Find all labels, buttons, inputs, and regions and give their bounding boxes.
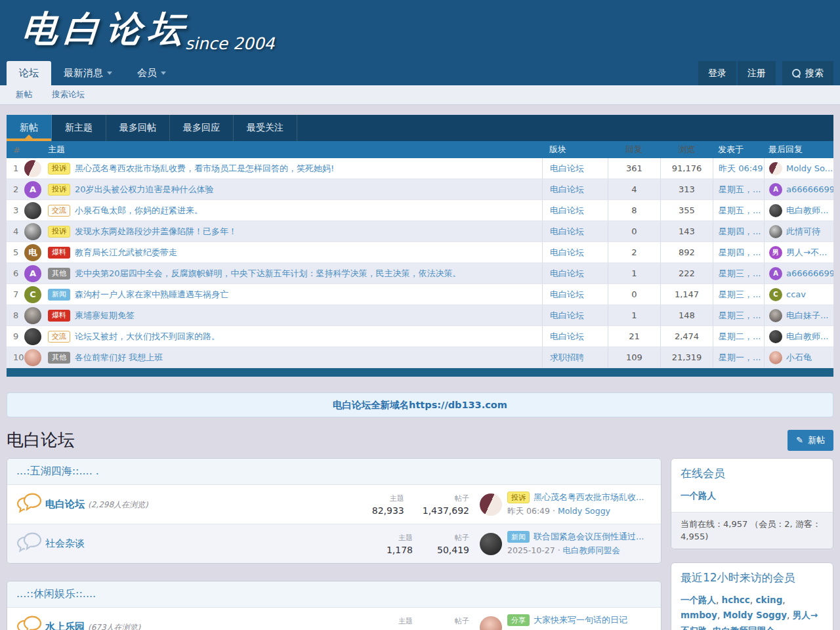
prefix-badge[interactable]: 其他 [48,268,70,280]
forum-link[interactable]: 电白论坛 [550,289,584,301]
avatar[interactable] [24,328,41,345]
forum-link[interactable]: 电白论坛 [550,163,584,175]
avatar[interactable]: 电 [24,244,41,261]
last-reply-user[interactable]: 此情可待 [786,226,820,238]
forum-name[interactable]: 水上乐园 [45,621,85,630]
prefix-badge[interactable]: 交流 [48,205,70,217]
posted-date[interactable]: 星期五，... [719,205,761,217]
avatar[interactable] [480,533,502,555]
visitor-link[interactable]: 电白教师同盟会 [713,625,775,630]
recent-visitors-title[interactable]: 最近12小时来访的会员 [671,563,833,589]
avatar[interactable] [769,204,782,217]
topic-title[interactable]: 小泉石龟太郎，你妈的赶紧进来。 [75,205,203,217]
last-reply-user[interactable]: 电白妹子... [786,310,828,322]
avatar[interactable]: C [769,288,782,301]
avatar[interactable]: A [769,267,782,280]
latest-post-title[interactable]: 联合国紧急会议压倒性通过... [534,531,644,543]
posted-date[interactable]: 星期一，... [719,352,761,364]
last-reply-user[interactable]: a66666699 [786,184,833,194]
avatar[interactable] [24,307,41,324]
online-member-link[interactable]: 一个路人 [681,490,716,501]
prefix-badge[interactable]: 爆料 [48,247,70,259]
site-logo[interactable]: 电白论坛 [20,5,192,53]
posted-date[interactable]: 星期三，... [719,310,761,322]
avatar[interactable]: C [24,286,41,303]
prefix-badge[interactable]: 新闻 [48,289,70,301]
topic-title[interactable]: 各位前辈们好 我想上班 [75,352,163,364]
posted-date[interactable]: 星期三，... [719,289,761,301]
forum-link[interactable]: 求职招聘 [550,352,584,364]
latest-post-title[interactable]: 黑心茂名粤西农批市场乱收... [534,492,644,503]
prefix-badge[interactable]: 投诉 [48,184,70,196]
visitor-link[interactable]: hchcc [722,595,756,605]
posted-date[interactable]: 星期四，... [719,226,761,238]
visitor-link[interactable]: 一个路人 [681,595,722,605]
avatar[interactable]: A [24,181,41,198]
login-button[interactable]: 登录 [698,61,736,85]
subnav-search-forum[interactable]: 搜索论坛 [52,89,85,100]
prefix-badge[interactable]: 其他 [48,352,70,364]
avatar[interactable] [480,616,502,630]
avatar[interactable]: 男 [769,246,782,259]
visitor-link[interactable]: cking [755,595,785,605]
avatar[interactable] [769,309,782,322]
prefix-badge[interactable]: 交流 [48,331,70,343]
register-button[interactable]: 注册 [738,61,776,85]
avatar[interactable] [480,494,502,516]
topic-title[interactable]: 党中央第20届四中全会，反腐旗帜鲜明，中央下达新五年计划：坚持科学决策，民主决策… [75,268,461,280]
prefix-badge[interactable]: 分享 [507,614,530,626]
nav-tab-members[interactable]: 会员 [125,61,178,85]
nav-tab-news[interactable]: 最新消息 [51,61,125,85]
nav-tab-forum[interactable]: 论坛 [7,61,51,85]
avatar[interactable] [24,202,41,219]
last-reply-user[interactable]: a66666699 [786,268,833,278]
topic-title[interactable]: 柬埔寨短期免签 [75,310,135,322]
posted-date[interactable]: 星期四，... [719,247,761,259]
forum-link[interactable]: 电白论坛 [550,268,584,280]
avatar[interactable] [769,330,782,343]
prefix-badge[interactable]: 投诉 [48,226,70,238]
tab-most-watched[interactable]: 最受关注 [234,115,297,141]
forum-link[interactable]: 电白论坛 [550,310,584,322]
subnav-new-posts[interactable]: 新帖 [16,89,32,100]
posted-date[interactable]: 星期二，... [719,331,761,343]
forum-link[interactable]: 电白论坛 [550,205,584,217]
forum-name[interactable]: 社会杂谈 [45,537,85,549]
avatar[interactable] [769,162,782,175]
last-reply-user[interactable]: 电白教师... [786,205,828,217]
topic-title[interactable]: 论坛又被封，大伙们找不到回家的路。 [75,331,220,343]
topic-title[interactable]: 森沟村一户人家在家中熟睡遭遇车祸身亡 [75,289,228,301]
avatar[interactable]: A [769,183,782,196]
topic-title[interactable]: 发现水东两处路段沙井盖像陷阱！已多年！ [75,226,237,238]
tab-most-replies[interactable]: 最多回帖 [106,115,170,141]
avatar[interactable] [24,223,41,240]
latest-post-user[interactable]: 电白教师同盟会 [563,545,621,555]
announcement-link[interactable]: 电白论坛全新域名https://db133.com [333,399,507,411]
prefix-badge[interactable]: 投诉 [48,163,70,175]
tab-new-posts[interactable]: 新帖 [7,115,52,141]
avatar[interactable] [769,351,782,364]
forum-link[interactable]: 电白论坛 [550,184,584,196]
avatar[interactable] [24,160,41,177]
forum-link[interactable]: 电白论坛 [550,331,584,343]
last-reply-user[interactable]: 小石龟 [786,352,812,364]
last-reply-user[interactable]: Moldy So... [786,163,833,173]
tab-new-threads[interactable]: 新主题 [52,115,106,141]
forum-link[interactable]: 电白论坛 [550,247,584,259]
posted-date[interactable]: 星期五，... [719,184,761,196]
posted-date[interactable]: 昨天 06:49 [719,163,763,175]
forum-name[interactable]: 电白论坛 [45,498,85,510]
tab-most-reactions[interactable]: 最多回应 [170,115,234,141]
latest-post-user[interactable]: Moldy Soggy [558,506,610,516]
topic-title[interactable]: 教育局长江允武被纪委带走 [75,247,177,259]
category-title[interactable]: ...:五湖四海::.... . [7,459,661,485]
new-post-button[interactable]: ✎新帖 [788,430,833,451]
avatar[interactable] [769,225,782,238]
prefix-badge[interactable]: 新闻 [507,531,530,543]
prefix-badge[interactable]: 投诉 [507,492,530,503]
visitor-link[interactable]: mmboy [681,610,723,620]
last-reply-user[interactable]: 电白教师... [786,331,828,343]
avatar[interactable] [24,349,41,366]
last-reply-user[interactable]: ccav [786,289,806,299]
latest-post-title[interactable]: 大家快来写一句话的日记 [534,614,627,626]
